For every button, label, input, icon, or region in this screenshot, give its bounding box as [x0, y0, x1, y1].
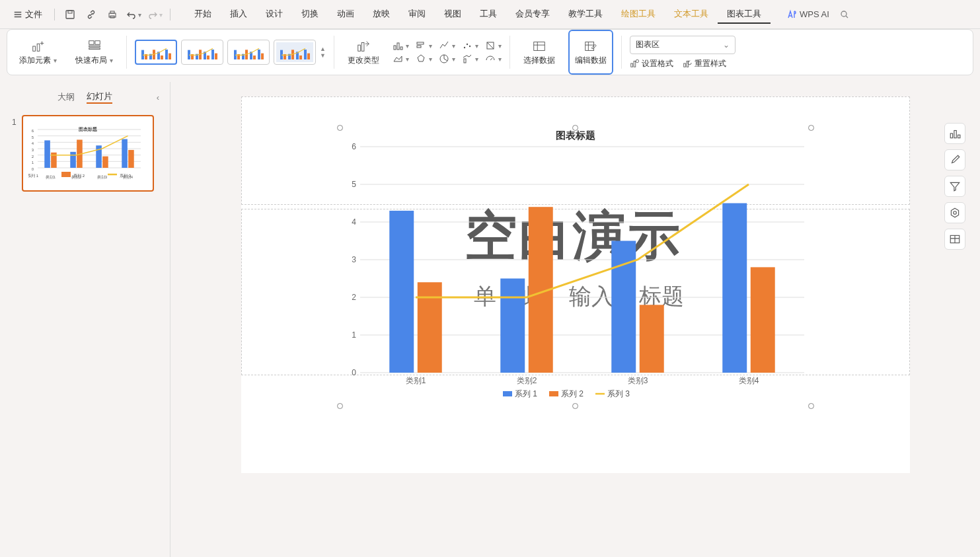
- svg-text:类别4: 类别4: [738, 376, 759, 385]
- file-menu[interactable]: 文件: [8, 6, 48, 23]
- tab-text-tools[interactable]: 文本工具: [665, 5, 718, 24]
- gauge-chart-btn[interactable]: [485, 54, 502, 64]
- tab-insert[interactable]: 插入: [221, 5, 256, 24]
- chart-style-2[interactable]: [181, 40, 223, 65]
- svg-rect-47: [307, 54, 310, 59]
- svg-rect-62: [585, 42, 594, 50]
- bar-icon: [949, 128, 961, 139]
- tab-chart-tools[interactable]: 图表工具: [718, 5, 771, 24]
- svg-text:系列 1: 系列 1: [28, 174, 39, 178]
- quick-layout-icon: [87, 39, 102, 54]
- chart-settings-fab[interactable]: [944, 202, 965, 223]
- chart-elements-fab[interactable]: [944, 123, 965, 144]
- print-icon[interactable]: [104, 7, 121, 22]
- svg-point-5: [841, 11, 847, 17]
- svg-rect-53: [417, 42, 424, 44]
- slide-thumbnail-1[interactable]: 图表标题0123456类别1类别2类别3类别4系列 1系列 2系列 3: [22, 115, 154, 192]
- search-icon[interactable]: [836, 7, 853, 22]
- tab-start[interactable]: 开始: [185, 5, 221, 24]
- collapse-panel-icon[interactable]: ‹: [157, 93, 159, 102]
- tab-transition[interactable]: 切换: [292, 5, 328, 24]
- svg-text:2: 2: [31, 155, 34, 159]
- svg-rect-49: [361, 42, 364, 51]
- tab-view[interactable]: 视图: [435, 5, 471, 24]
- tab-review[interactable]: 审阅: [399, 5, 435, 24]
- save-icon[interactable]: [61, 7, 79, 22]
- chart-element-selector[interactable]: 图表区 ⌄: [630, 36, 735, 54]
- chart-style-more[interactable]: ▲▼: [320, 46, 326, 59]
- chart-table-fab[interactable]: [944, 229, 965, 250]
- wps-ai-button[interactable]: WPS AI: [786, 9, 829, 20]
- reset-style-button[interactable]: 重置样式: [683, 58, 726, 69]
- pie-chart-btn[interactable]: [439, 54, 455, 64]
- tab-member[interactable]: 会员专享: [506, 5, 559, 24]
- selection-handle[interactable]: [337, 403, 343, 409]
- change-type-button[interactable]: 更改类型: [342, 30, 385, 75]
- svg-rect-48: [358, 45, 361, 51]
- svg-rect-45: [299, 56, 302, 59]
- svg-text:5: 5: [352, 180, 356, 189]
- area-chart-btn[interactable]: [393, 54, 409, 64]
- svg-rect-119: [500, 279, 525, 373]
- reset-style-label: 重置样式: [695, 58, 726, 69]
- tab-draw-tools[interactable]: 绘图工具: [612, 5, 665, 24]
- scatter-chart-icon: [462, 40, 472, 51]
- svg-rect-8: [89, 40, 93, 44]
- tab-tools[interactable]: 工具: [471, 5, 506, 24]
- scatter-chart-btn[interactable]: [462, 40, 478, 51]
- combo-chart-btn[interactable]: [462, 54, 478, 64]
- link-icon[interactable]: [83, 7, 100, 22]
- select-data-button[interactable]: 选择数据: [518, 30, 560, 75]
- set-format-button[interactable]: 设置格式: [630, 58, 673, 69]
- quick-layout-button[interactable]: 快速布局: [70, 30, 118, 75]
- svg-rect-117: [417, 282, 441, 373]
- outline-tab[interactable]: 大纲: [57, 91, 75, 103]
- svg-rect-27: [207, 56, 209, 59]
- chart-style-4[interactable]: [274, 40, 316, 65]
- svg-text:0: 0: [31, 167, 34, 171]
- chart-style-1[interactable]: [135, 40, 177, 65]
- svg-rect-63: [631, 63, 633, 67]
- stock-chart-btn[interactable]: [485, 40, 502, 51]
- tab-slideshow[interactable]: 放映: [363, 5, 399, 24]
- chart-object[interactable]: 图表标题0123456类别1类别2类别3类别4系列 1系列 2系列 3: [340, 128, 811, 406]
- selection-handle[interactable]: [808, 125, 814, 131]
- set-format-label: 设置格式: [642, 58, 673, 69]
- svg-rect-10: [89, 46, 100, 47]
- undo-button[interactable]: [125, 7, 142, 22]
- chart-style-3[interactable]: [227, 40, 270, 65]
- chart-element-value: 图表区: [636, 39, 660, 50]
- file-menu-label: 文件: [25, 9, 42, 20]
- chart-styles-fab[interactable]: [944, 149, 965, 170]
- selection-handle[interactable]: [572, 125, 578, 131]
- svg-rect-36: [253, 56, 256, 59]
- tab-design[interactable]: 设计: [256, 5, 292, 24]
- svg-text:6: 6: [31, 129, 34, 133]
- svg-rect-126: [750, 267, 774, 373]
- svg-rect-20: [169, 54, 171, 59]
- svg-text:系列 2: 系列 2: [561, 389, 584, 398]
- svg-text:类别1: 类别1: [46, 175, 56, 179]
- change-type-label: 更改类型: [348, 55, 379, 66]
- redo-button[interactable]: [146, 7, 163, 22]
- selection-handle[interactable]: [337, 125, 343, 131]
- svg-rect-135: [954, 131, 956, 138]
- add-element-button[interactable]: 添加元素: [14, 30, 62, 75]
- select-data-icon: [532, 39, 547, 54]
- slides-tab[interactable]: 幻灯片: [87, 91, 112, 104]
- tab-teach[interactable]: 教学工具: [559, 5, 612, 24]
- line-chart-btn[interactable]: [439, 40, 455, 51]
- hbar-chart-btn[interactable]: [416, 40, 432, 51]
- radar-chart-btn[interactable]: [416, 54, 432, 64]
- slide-canvas[interactable]: 空白演示 单 此 输入 标题 图表标题0123456类别1类别2类别3类别4系列…: [241, 96, 910, 473]
- edit-data-button[interactable]: 编辑数据: [568, 30, 613, 75]
- chart-filter-fab[interactable]: [944, 176, 965, 197]
- chart-styles-gallery[interactable]: ▲▼: [135, 40, 326, 65]
- tab-animation[interactable]: 动画: [328, 5, 363, 24]
- wps-ai-icon: [786, 9, 797, 20]
- bar-chart-btn[interactable]: [393, 40, 409, 51]
- selection-handle[interactable]: [808, 403, 814, 409]
- bar-chart-icon: [393, 40, 403, 51]
- selection-handle[interactable]: [572, 403, 578, 409]
- svg-rect-0: [66, 11, 74, 19]
